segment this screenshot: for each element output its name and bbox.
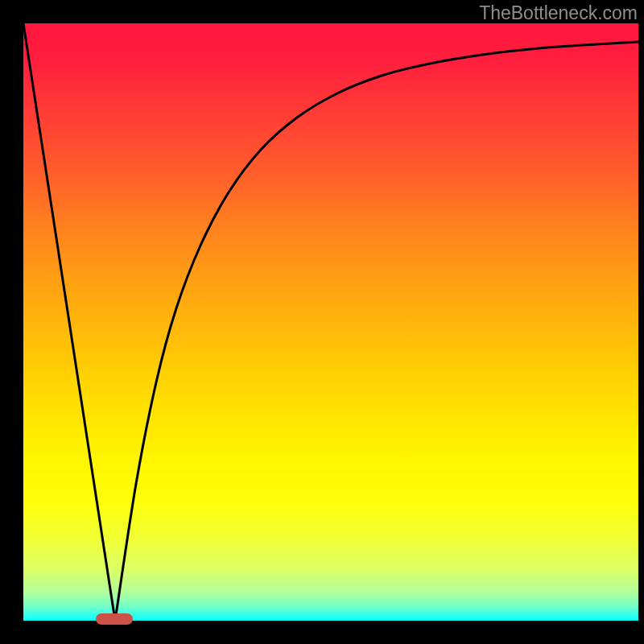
left-branch-line — [23, 23, 115, 621]
curves-layer — [23, 23, 638, 621]
chart-frame: TheBottleneck.com — [0, 0, 644, 644]
optimum-marker — [96, 613, 133, 625]
right-branch-curve — [115, 42, 638, 621]
watermark-text: TheBottleneck.com — [479, 2, 638, 24]
